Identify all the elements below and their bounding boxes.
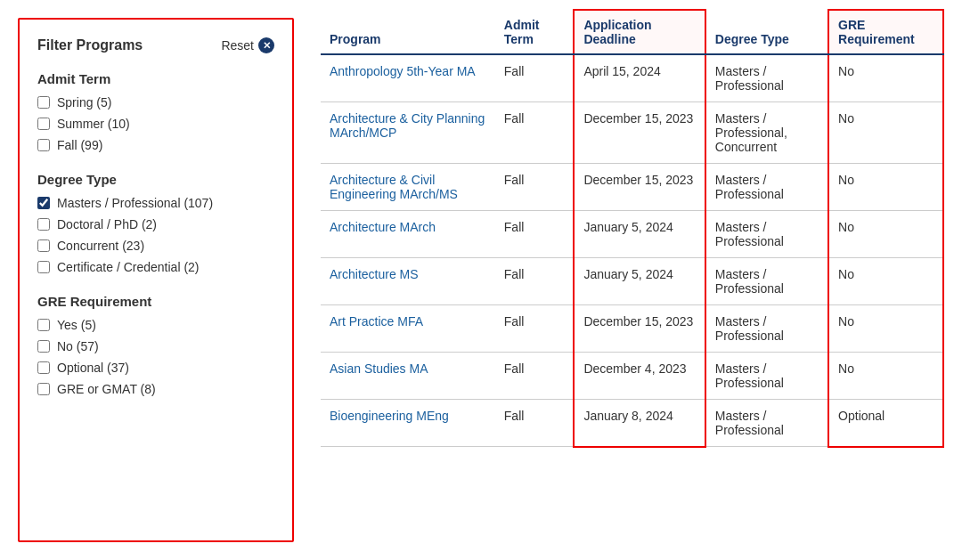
cell-admit-term: Fall xyxy=(495,258,575,305)
program-link[interactable]: Architecture MArch xyxy=(330,220,436,234)
filter-item-gre-optional: Optional (37) xyxy=(37,361,274,375)
cell-deadline: December 15, 2023 xyxy=(574,102,705,164)
table-row: Art Practice MFAFallDecember 15, 2023Mas… xyxy=(321,305,943,353)
sidebar-header: Filter Programs Reset ✕ xyxy=(37,37,274,53)
masters-checkbox[interactable] xyxy=(37,197,50,209)
cell-gre: No xyxy=(828,258,943,305)
cell-program: Architecture & Civil Engineering MArch/M… xyxy=(321,164,495,211)
cell-degree-type: Masters / Professional xyxy=(705,54,828,102)
cell-degree-type: Masters / Professional xyxy=(705,211,828,258)
col-header-deadline: Application Deadline xyxy=(574,10,705,54)
filter-item-summer: Summer (10) xyxy=(37,117,274,131)
program-link[interactable]: Asian Studies MA xyxy=(330,361,428,376)
cell-admit-term: Fall xyxy=(495,211,575,258)
cell-degree-type: Masters / Professional xyxy=(705,400,828,447)
filter-item-fall: Fall (99) xyxy=(37,138,274,152)
cell-admit-term: Fall xyxy=(495,102,575,164)
program-link[interactable]: Architecture MS xyxy=(330,267,419,281)
certificate-checkbox[interactable] xyxy=(37,261,50,273)
table-row: Anthropology 5th-Year MAFallApril 15, 20… xyxy=(321,54,943,102)
cell-degree-type: Masters / Professional xyxy=(705,353,828,400)
concurrent-label[interactable]: Concurrent (23) xyxy=(57,239,144,253)
col-header-admit: Admit Term xyxy=(495,10,575,54)
spring-label[interactable]: Spring (5) xyxy=(57,95,111,110)
fall-label[interactable]: Fall (99) xyxy=(57,138,102,152)
filter-item-spring: Spring (5) xyxy=(37,95,274,110)
col-header-degree: Degree Type xyxy=(705,10,828,54)
table-row: Asian Studies MAFallDecember 4, 2023Mast… xyxy=(321,353,943,400)
gre-optional-label[interactable]: Optional (37) xyxy=(57,361,129,375)
reset-button[interactable]: Reset ✕ xyxy=(221,37,274,53)
certificate-label[interactable]: Certificate / Credential (2) xyxy=(57,260,200,274)
concurrent-checkbox[interactable] xyxy=(37,239,50,252)
cell-deadline: January 5, 2024 xyxy=(574,211,705,258)
reset-label: Reset xyxy=(221,38,254,53)
cell-gre: No xyxy=(828,54,943,102)
cell-gre: No xyxy=(828,164,943,211)
filter-item-gre-no: No (57) xyxy=(37,339,274,353)
cell-deadline: January 8, 2024 xyxy=(574,400,705,447)
gre-requirement-section: GRE Requirement Yes (5) No (57) Optional… xyxy=(37,294,274,396)
cell-gre: No xyxy=(828,305,943,353)
doctoral-checkbox[interactable] xyxy=(37,218,50,231)
cell-program: Anthropology 5th-Year MA xyxy=(321,54,495,102)
cell-degree-type: Masters / Professional xyxy=(705,305,828,353)
program-link[interactable]: Bioengineering MEng xyxy=(330,409,449,423)
fall-checkbox[interactable] xyxy=(37,139,50,151)
cell-deadline: December 15, 2023 xyxy=(574,305,705,353)
cell-program: Architecture MArch xyxy=(321,211,495,258)
summer-checkbox[interactable] xyxy=(37,118,50,130)
masters-label[interactable]: Masters / Professional (107) xyxy=(57,196,213,210)
cell-degree-type: Masters / Professional, Concurrent xyxy=(705,102,828,164)
gre-yes-label[interactable]: Yes (5) xyxy=(57,318,96,332)
col-header-gre: GRE Requirement xyxy=(828,10,943,54)
cell-program: Art Practice MFA xyxy=(321,305,495,353)
degree-type-title: Degree Type xyxy=(37,172,274,187)
program-link[interactable]: Architecture & City Planning MArch/MCP xyxy=(330,111,485,140)
cell-gre: Optional xyxy=(828,400,943,447)
filter-item-concurrent: Concurrent (23) xyxy=(37,239,274,253)
cell-program: Architecture & City Planning MArch/MCP xyxy=(321,102,495,164)
filter-item-gre-gmat: GRE or GMAT (8) xyxy=(37,382,274,396)
cell-deadline: April 15, 2024 xyxy=(574,54,705,102)
table-row: Bioengineering MEngFallJanuary 8, 2024Ma… xyxy=(321,400,943,447)
spring-checkbox[interactable] xyxy=(37,96,50,109)
col-header-program: Program xyxy=(321,10,495,54)
cell-degree-type: Masters / Professional xyxy=(705,164,828,211)
cell-program: Architecture MS xyxy=(321,258,495,305)
cell-admit-term: Fall xyxy=(495,400,575,447)
cell-admit-term: Fall xyxy=(495,54,575,102)
cell-gre: No xyxy=(828,353,943,400)
gre-yes-checkbox[interactable] xyxy=(37,319,50,331)
table-header-row: Program Admit Term Application Deadline … xyxy=(321,10,943,54)
gre-optional-checkbox[interactable] xyxy=(37,361,50,374)
filter-item-certificate: Certificate / Credential (2) xyxy=(37,260,274,274)
filter-item-masters: Masters / Professional (107) xyxy=(37,196,274,210)
cell-degree-type: Masters / Professional xyxy=(705,258,828,305)
summer-label[interactable]: Summer (10) xyxy=(57,117,130,131)
program-link[interactable]: Art Practice MFA xyxy=(330,314,423,329)
gre-gmat-checkbox[interactable] xyxy=(37,383,50,395)
table-row: Architecture MSFallJanuary 5, 2024Master… xyxy=(321,258,943,305)
cell-program: Bioengineering MEng xyxy=(321,400,495,447)
cell-admit-term: Fall xyxy=(495,164,575,211)
filter-item-gre-yes: Yes (5) xyxy=(37,318,274,332)
table-row: Architecture MArchFallJanuary 5, 2024Mas… xyxy=(321,211,943,258)
filter-sidebar: Filter Programs Reset ✕ Admit Term Sprin… xyxy=(18,18,294,542)
gre-no-label[interactable]: No (57) xyxy=(57,339,99,353)
reset-icon: ✕ xyxy=(258,37,274,53)
cell-deadline: January 5, 2024 xyxy=(574,258,705,305)
program-link[interactable]: Anthropology 5th-Year MA xyxy=(330,64,476,78)
table-row: Architecture & City Planning MArch/MCPFa… xyxy=(321,102,943,164)
cell-gre: No xyxy=(828,102,943,164)
admit-term-section: Admit Term Spring (5) Summer (10) Fall (… xyxy=(37,71,274,152)
filter-programs-title: Filter Programs xyxy=(37,37,143,53)
gre-gmat-label[interactable]: GRE or GMAT (8) xyxy=(57,382,156,396)
main-content: Program Admit Term Application Deadline … xyxy=(303,0,962,560)
cell-program: Asian Studies MA xyxy=(321,353,495,400)
cell-deadline: December 15, 2023 xyxy=(574,164,705,211)
gre-no-checkbox[interactable] xyxy=(37,340,50,353)
program-link[interactable]: Architecture & Civil Engineering MArch/M… xyxy=(330,173,458,201)
programs-table: Program Admit Term Application Deadline … xyxy=(321,9,944,448)
doctoral-label[interactable]: Doctoral / PhD (2) xyxy=(57,217,157,231)
